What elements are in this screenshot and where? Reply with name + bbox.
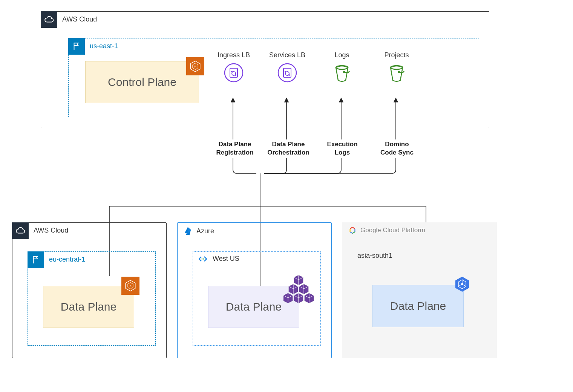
gcp-data-plane-box: Data Plane: [372, 285, 464, 327]
us-east-1-label: us-east-1: [90, 42, 118, 50]
services-lb-label: Services LB: [265, 51, 310, 59]
ingress-lb-label: Ingress LB: [211, 51, 256, 59]
gcp-label: Google Cloud Platform: [360, 227, 425, 234]
control-plane-box: Control Plane: [85, 61, 199, 103]
west-us-label: West US: [213, 255, 239, 263]
azure-region-icon: [198, 256, 208, 262]
conn-label-registration: Data Plane Registration: [214, 140, 256, 157]
svg-point-13: [225, 64, 243, 82]
logs-bucket-group: Logs: [319, 51, 365, 83]
conn-label-orchestration: Data Plane Orchestration: [264, 140, 313, 157]
projects-label: Projects: [374, 51, 419, 59]
aws-cloud-icon: [12, 222, 29, 239]
west-us-region: West US Data Plane: [193, 251, 321, 346]
asia-south1-label: asia-south1: [357, 252, 392, 260]
conn-label-exec-logs: Execution Logs: [323, 140, 361, 157]
svg-point-16: [231, 71, 233, 72]
svg-point-26: [398, 71, 400, 73]
aws-cloud-icon: [41, 11, 57, 28]
eks-icon: K: [186, 57, 204, 75]
region-flag-icon: [28, 251, 44, 268]
elb-icon: [277, 62, 298, 83]
aks-icon: [283, 274, 314, 304]
gcp-data-plane-label: Data Plane: [390, 300, 446, 312]
azure-data-plane-label: Data Plane: [226, 300, 282, 313]
svg-rect-14: [230, 68, 237, 77]
svg-point-31: [201, 258, 202, 259]
eks-icon: K: [121, 277, 139, 295]
azure-cloud-container: Azure West US Data Plane: [177, 222, 332, 358]
svg-point-17: [235, 74, 236, 76]
azure-logo-icon: [182, 226, 193, 236]
projects-bucket-group: Projects: [374, 51, 419, 83]
aws-data-plane-label: Data Plane: [61, 300, 116, 313]
svg-point-22: [288, 74, 290, 76]
svg-point-21: [285, 71, 286, 72]
control-plane-label: Control Plane: [108, 76, 176, 89]
gcp-logo-icon: [348, 226, 357, 234]
eu-central-1-region: eu-central-1 Data Plane K: [28, 251, 156, 346]
svg-point-18: [278, 64, 296, 82]
bottom-aws-cloud-container: AWS Cloud eu-central-1 Data Plane K: [12, 222, 167, 358]
gcp-cloud-container: Google Cloud Platform asia-south1 Data P…: [342, 222, 497, 358]
s3-bucket-icon: [331, 62, 352, 83]
gke-icon: [454, 276, 470, 292]
svg-point-32: [203, 258, 204, 259]
logs-label: Logs: [319, 51, 365, 59]
bottom-aws-label: AWS Cloud: [34, 227, 68, 234]
svg-text:K: K: [129, 284, 132, 288]
top-aws-cloud-container: AWS Cloud us-east-1 Control Plane K: [41, 11, 489, 128]
eu-central-1-label: eu-central-1: [49, 256, 85, 263]
services-lb-group: Services LB: [265, 51, 310, 83]
svg-text:K: K: [194, 65, 196, 68]
aws-data-plane-box: Data Plane: [43, 286, 134, 328]
ingress-lb-group: Ingress LB: [211, 51, 256, 83]
conn-label-code-sync: Domino Code Sync: [376, 140, 418, 157]
region-flag-icon: [68, 38, 85, 55]
s3-bucket-icon: [386, 62, 407, 83]
elb-icon: [223, 62, 244, 83]
top-aws-label: AWS Cloud: [62, 15, 97, 23]
svg-point-24: [343, 71, 345, 73]
us-east-1-region: us-east-1 Control Plane K Ingress LB: [68, 38, 479, 117]
azure-label: Azure: [196, 227, 214, 235]
svg-rect-19: [283, 68, 291, 77]
